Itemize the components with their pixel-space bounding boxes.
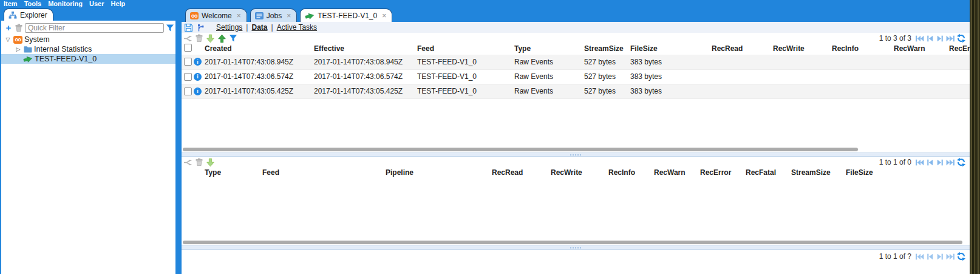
menu-item[interactable]: Item <box>4 0 18 8</box>
row-checkbox[interactable] <box>184 87 192 95</box>
quick-filter-input[interactable] <box>25 23 164 33</box>
download-icon[interactable] <box>206 34 215 43</box>
previous-page-icon[interactable] <box>925 34 934 43</box>
tab-welcome[interactable]: Welcome <box>185 9 247 22</box>
branch-icon[interactable] <box>196 23 205 32</box>
column-header[interactable]: RecInfo <box>832 43 894 55</box>
column-header[interactable]: StreamSize <box>584 43 630 55</box>
column-header[interactable]: RecWrite <box>773 43 832 55</box>
horizontal-scrollbar[interactable] <box>182 148 966 152</box>
cell-file-size: 383 bytes <box>630 69 712 84</box>
tree-item-test-feed[interactable]: TEST-FEED-V1_0 <box>1 54 175 64</box>
column-header[interactable]: StreamSize <box>791 167 846 179</box>
first-page-icon[interactable] <box>915 252 924 261</box>
close-icon[interactable] <box>382 12 386 20</box>
menu-item[interactable]: Help <box>111 0 125 8</box>
subnav-active-tasks-link[interactable]: Active Tasks <box>277 23 317 32</box>
column-header[interactable]: FileSize <box>846 167 907 179</box>
stream-detail-splitter[interactable] <box>182 152 970 157</box>
row-checkbox[interactable] <box>184 73 192 81</box>
previous-page-icon[interactable] <box>925 252 934 261</box>
filter-funnel-icon[interactable] <box>229 34 237 43</box>
close-icon[interactable] <box>287 12 291 20</box>
cell-file-size: 383 bytes <box>630 55 712 69</box>
horizontal-scrollbar[interactable] <box>182 241 966 245</box>
info-icon[interactable] <box>194 87 202 95</box>
delete-icon[interactable] <box>195 158 203 166</box>
column-header[interactable]: Feed <box>262 167 386 179</box>
column-header[interactable]: RecWrite <box>551 167 608 179</box>
process-icon[interactable] <box>183 34 192 43</box>
delete-item-icon[interactable] <box>15 24 23 32</box>
column-header[interactable]: FileSize <box>630 43 712 55</box>
column-header[interactable]: Type <box>205 167 262 179</box>
next-page-icon[interactable] <box>936 34 945 43</box>
info-icon[interactable] <box>194 58 202 66</box>
explorer-main-splitter[interactable] <box>175 8 182 274</box>
subnav-data-link[interactable]: Data <box>251 23 267 32</box>
tree-item-internal-statistics[interactable]: Internal Statistics <box>1 44 175 54</box>
previous-page-icon[interactable] <box>925 158 934 167</box>
cell-created: 2017-01-14T07:43:05.425Z <box>205 84 314 98</box>
row-checkbox[interactable] <box>184 58 192 66</box>
last-page-icon[interactable] <box>946 158 955 167</box>
menu-item[interactable]: Monitoring <box>48 0 83 8</box>
refresh-icon[interactable] <box>956 33 966 43</box>
main-content: Welcome Jobs TEST-FEED-V1_0 <box>182 8 970 274</box>
column-header[interactable]: Type <box>514 43 584 55</box>
tab-jobs[interactable]: Jobs <box>250 9 297 22</box>
close-icon[interactable] <box>237 12 241 20</box>
menu-bar: Item Tools Monitoring User Help <box>0 0 970 8</box>
menu-item[interactable]: User <box>89 0 104 8</box>
refresh-icon[interactable] <box>956 157 966 167</box>
detail-bottom-splitter[interactable] <box>182 245 970 250</box>
stream-row[interactable]: 2017-01-14T07:43:05.425Z 2017-01-14T07:4… <box>182 84 970 98</box>
next-page-icon[interactable] <box>936 158 945 167</box>
explorer-tree: System Internal Statistics TEST-FEED-V1_… <box>1 35 175 64</box>
first-page-icon[interactable] <box>915 158 924 167</box>
stream-row[interactable]: 2017-01-14T07:43:08.945Z 2017-01-14T07:4… <box>182 55 970 69</box>
process-icon[interactable] <box>183 158 192 167</box>
save-icon[interactable] <box>184 23 193 32</box>
expander-closed-icon[interactable] <box>15 46 22 52</box>
tab-explorer-label: Explorer <box>20 11 47 19</box>
column-header[interactable]: RecRead <box>712 43 773 55</box>
download-icon[interactable] <box>206 158 215 167</box>
select-all-checkbox[interactable] <box>184 44 192 52</box>
tree-item-system[interactable]: System <box>1 35 175 44</box>
column-header[interactable]: Pipeline <box>386 167 492 179</box>
refresh-icon[interactable] <box>956 252 966 261</box>
menu-item[interactable]: Tools <box>24 0 42 8</box>
first-page-icon[interactable] <box>915 34 924 43</box>
column-header[interactable]: RecRead <box>492 167 551 179</box>
scrollbar-thumb[interactable] <box>183 241 962 244</box>
last-page-icon[interactable] <box>946 34 955 43</box>
column-header[interactable]: RecWarn <box>894 43 949 55</box>
feed-icon <box>305 12 315 20</box>
tab-test-feed[interactable]: TEST-FEED-V1_0 <box>300 9 392 22</box>
add-item-icon[interactable] <box>4 24 13 32</box>
cell-feed: TEST-FEED-V1_0 <box>417 84 514 98</box>
tab-explorer[interactable]: Explorer <box>4 9 53 21</box>
column-header[interactable]: RecError <box>700 167 746 179</box>
column-header[interactable]: RecFatal <box>746 167 791 179</box>
column-header[interactable]: RecError <box>949 43 970 55</box>
filter-funnel-icon[interactable] <box>166 24 174 32</box>
scrollbar-thumb[interactable] <box>183 148 858 151</box>
cell-effective: 2017-01-14T07:43:05.425Z <box>314 84 417 98</box>
stream-toolbar <box>183 33 237 43</box>
upload-icon[interactable] <box>217 34 226 43</box>
column-header[interactable]: RecWarn <box>654 167 700 179</box>
info-icon[interactable] <box>194 73 202 81</box>
column-header[interactable]: RecInfo <box>608 167 654 179</box>
column-header[interactable]: Created <box>205 43 314 55</box>
stream-row[interactable]: 2017-01-14T07:43:06.574Z 2017-01-14T07:4… <box>182 69 970 84</box>
delete-icon[interactable] <box>195 34 203 43</box>
column-header[interactable]: Feed <box>417 43 514 55</box>
next-page-icon[interactable] <box>936 252 945 261</box>
expander-open-icon[interactable] <box>4 36 12 43</box>
column-header[interactable]: Effective <box>314 43 417 55</box>
subnav-settings-link[interactable]: Settings <box>216 23 242 32</box>
last-page-icon[interactable] <box>946 252 955 261</box>
cell-rec-error <box>949 55 970 69</box>
